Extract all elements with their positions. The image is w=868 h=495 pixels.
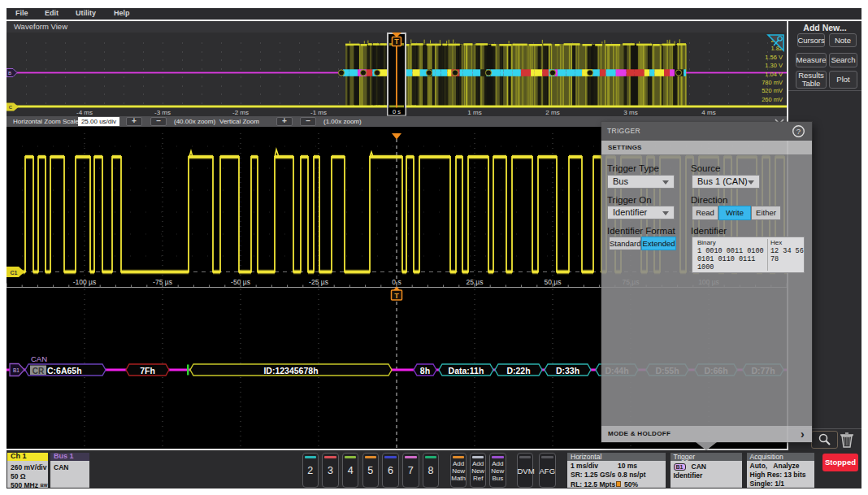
svg-text:-4 ms: -4 ms [76,109,93,116]
svg-text:-2 ms: -2 ms [232,109,249,116]
svg-text:2 ms: 2 ms [545,109,559,116]
svg-text:520 mV: 520 mV [762,87,783,94]
svg-text:50 µs: 50 µs [545,278,562,286]
svg-text:0 s: 0 s [393,108,401,115]
svg-text:8h: 8h [420,366,430,376]
svg-text:D:33h: D:33h [556,366,579,376]
svg-text:ID:12345678h: ID:12345678h [263,366,318,376]
svg-text:-100 µs: -100 µs [73,278,97,286]
svg-text:CAN: CAN [31,354,47,363]
svg-text:4 ms: 4 ms [701,109,715,116]
svg-text:0 s: 0 s [392,278,401,286]
svg-text:7Fh: 7Fh [140,366,155,376]
svg-text:B: B [8,71,11,76]
svg-text:1.30 V: 1.30 V [765,62,783,69]
svg-text:C: C [9,105,13,110]
svg-text:-50 µs: -50 µs [231,278,250,286]
svg-text:C:6A65h: C:6A65h [47,366,82,376]
svg-text:Data:11h: Data:11h [449,366,484,376]
svg-text:?: ? [796,127,801,136]
svg-text:D:22h: D:22h [506,366,530,376]
svg-text:1.56 V: 1.56 V [765,54,783,61]
svg-text:780 mV: 780 mV [762,79,783,86]
svg-text:T: T [394,37,399,46]
svg-text:T: T [394,292,399,300]
svg-text:1.04 V: 1.04 V [765,71,783,78]
svg-text:C1: C1 [11,270,18,276]
svg-text:1 ms: 1 ms [467,109,481,116]
svg-text:B1: B1 [13,367,20,373]
svg-text:-1 ms: -1 ms [310,109,327,116]
svg-text:3 ms: 3 ms [623,109,637,116]
svg-text:-3 ms: -3 ms [154,109,171,116]
svg-text:25 µs: 25 µs [467,278,484,286]
svg-text:-75 µs: -75 µs [153,278,172,286]
svg-text:-25 µs: -25 µs [309,278,328,286]
svg-text:CR: CR [33,367,45,376]
svg-text:260 mV: 260 mV [762,96,783,103]
